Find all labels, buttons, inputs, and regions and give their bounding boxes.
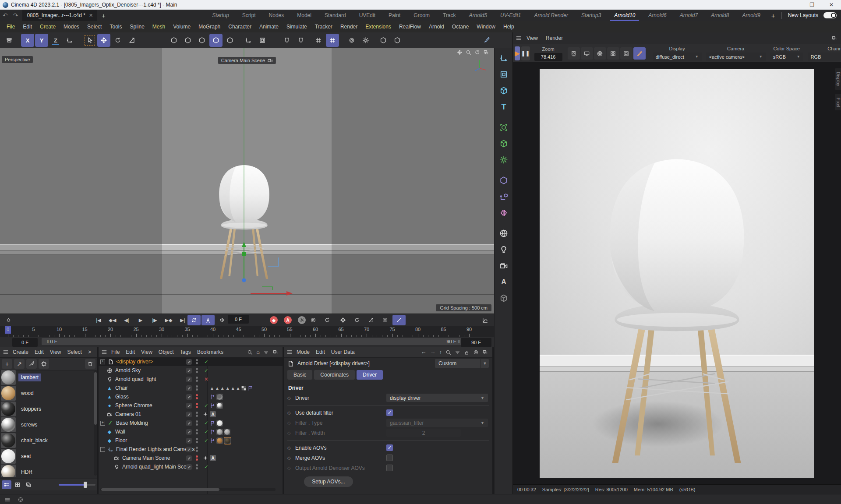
preset-arrow-icon[interactable]: ▼ <box>481 359 489 368</box>
list-view-button[interactable] <box>2 480 11 489</box>
layout-tab-arnold10[interactable]: Arnold10 <box>608 10 642 21</box>
camera-object-button[interactable] <box>496 258 511 273</box>
forward-button[interactable]: → <box>430 349 436 355</box>
menu-modes[interactable]: Modes <box>60 24 83 30</box>
eyedropper-button[interactable] <box>26 359 37 369</box>
filter-button[interactable] <box>455 349 460 355</box>
range-start-field[interactable]: 0 F <box>12 338 38 347</box>
material-cube-button[interactable] <box>496 291 511 306</box>
crop-region-button[interactable] <box>620 47 633 60</box>
scale-keys-button[interactable] <box>364 315 378 325</box>
range-bar-end[interactable]: 90 F <box>446 339 456 344</box>
wire-globe-button[interactable] <box>594 47 606 60</box>
model-mode-button[interactable] <box>209 34 223 47</box>
layout-tab-uv-edit1[interactable]: UV-Edit1 <box>494 10 528 21</box>
tweak-mode-button[interactable] <box>223 34 237 47</box>
spline-rectangle-button[interactable] <box>496 67 511 82</box>
menu-arnold[interactable]: Arnold <box>425 24 448 30</box>
add-material-button[interactable]: + <box>2 359 12 369</box>
mograph-cloner-button[interactable] <box>496 136 511 151</box>
material-scrollbar[interactable] <box>94 370 97 476</box>
menu-mesh[interactable]: Mesh <box>148 24 169 30</box>
arnold-parameters-tag[interactable] <box>247 385 253 391</box>
layout-tab-nodes[interactable]: Nodes <box>262 10 291 21</box>
arnold-tag[interactable]: A <box>210 455 216 461</box>
toggle-view-button[interactable] <box>483 49 489 55</box>
track-circle-button[interactable] <box>473 349 479 355</box>
polygon-selection-tag[interactable]: ▲ <box>220 386 225 391</box>
layout-tab-arnold9[interactable]: Arnold9 <box>735 10 767 21</box>
parameter-select-filter-type[interactable]: gaussian_filter▼ <box>386 419 488 427</box>
object-row-arnold-quad-light-main-scene[interactable]: Arnold quad_light Main Scene✓ <box>99 462 283 471</box>
undo-icon[interactable]: ↶ <box>0 10 11 21</box>
layout-tab-startup3[interactable]: Startup3 <box>575 10 608 21</box>
modeling-axis-button[interactable] <box>496 189 511 204</box>
arnold-tag[interactable]: A <box>210 411 216 417</box>
object-panel-menu[interactable] <box>101 349 107 355</box>
grid-view-button[interactable] <box>13 480 22 489</box>
uvw-tag[interactable] <box>241 385 247 391</box>
edit-toggle-icon[interactable] <box>186 464 192 470</box>
menu-help[interactable]: Help <box>499 24 518 30</box>
customize-brush-button[interactable] <box>480 33 493 46</box>
layout-tab-arnold8[interactable]: Arnold8 <box>704 10 735 21</box>
visibility-dots[interactable] <box>196 438 198 443</box>
menu-object[interactable]: Object <box>155 349 177 355</box>
visibility-dots[interactable] <box>196 377 198 382</box>
menu-simulate[interactable]: Simulate <box>283 24 311 30</box>
preset-dropdown[interactable]: Custom ▼ <box>435 359 489 368</box>
layout-tab-uvedit[interactable]: UVEdit <box>353 10 382 21</box>
object-row-glass[interactable]: ▲Glass <box>99 392 283 401</box>
edit-toggle-icon[interactable] <box>186 455 192 461</box>
scale-tool-button[interactable] <box>125 34 138 47</box>
material-panel-menu[interactable] <box>3 349 9 355</box>
timeline-fcurve-button[interactable] <box>478 315 491 325</box>
menu-tools[interactable]: Tools <box>106 24 126 30</box>
object-row-chair[interactable]: ▲Chair▲▲▲▲▲▲ <box>99 384 283 392</box>
check-state-icon[interactable]: ✓ <box>203 367 210 374</box>
layout-tab-arnold5[interactable]: Arnold5 <box>463 10 494 21</box>
new-layouts-toggle[interactable] <box>823 12 837 18</box>
side-tab-pixel[interactable]: Pixel <box>835 94 841 111</box>
lock-button[interactable] <box>464 349 470 355</box>
object-row-display-driver[interactable]: +<display driver>✓ <box>99 357 283 366</box>
edit-toggle-icon[interactable] <box>186 377 192 382</box>
points-mode-button[interactable] <box>167 34 180 47</box>
restore-button[interactable]: ❐ <box>802 0 822 10</box>
start-ipr-button[interactable]: ▶ <box>515 46 520 60</box>
tree-expand-icon[interactable]: + <box>100 421 105 426</box>
autokeying-button[interactable]: A <box>281 315 294 325</box>
texture-tag-gray[interactable] <box>216 429 223 435</box>
material-item-chair-black[interactable]: chair_black <box>0 433 97 448</box>
edit-toggle-icon[interactable] <box>186 385 192 391</box>
arnold-tag-button[interactable]: A <box>496 275 511 289</box>
texture-tag-glass[interactable] <box>216 394 223 400</box>
edit-toggle-icon[interactable] <box>186 429 192 435</box>
region-tiles-button[interactable] <box>607 47 619 60</box>
object-row-sphere-chrome[interactable]: ●Sphere Chrome✓ <box>99 401 283 410</box>
zoom-view-button[interactable] <box>466 49 471 55</box>
check-state-icon[interactable]: ✓ <box>203 437 210 444</box>
setup-aovs-button[interactable]: Setup AOVs... <box>304 476 353 487</box>
menu-item[interactable]: > <box>85 349 94 355</box>
rotate-tool-button[interactable] <box>111 34 124 47</box>
texture-tag-chrome[interactable] <box>216 402 223 409</box>
close-document-icon[interactable]: ✕ <box>89 13 93 18</box>
play-loop-button[interactable] <box>187 315 201 325</box>
visibility-dots[interactable] <box>196 359 198 364</box>
menu-edit[interactable]: Edit <box>313 349 328 355</box>
menu-edit[interactable]: Edit <box>32 349 47 355</box>
material-item-stoppers[interactable]: stoppers <box>0 401 97 417</box>
menu-view[interactable]: View <box>138 349 155 355</box>
arnold-parameters-tag[interactable] <box>210 394 216 400</box>
redo-icon[interactable]: ↷ <box>11 10 21 21</box>
live-selection-button[interactable] <box>83 34 96 47</box>
menu-tracker[interactable]: Tracker <box>311 24 336 30</box>
visibility-dots[interactable] <box>196 368 198 373</box>
menu-view[interactable]: View <box>523 35 542 41</box>
edit-toggle-icon[interactable] <box>186 359 192 365</box>
parameter-checkbox-use-default-filter[interactable]: ✓ <box>386 409 393 416</box>
up-button[interactable]: ↑ <box>439 349 442 355</box>
axis-modify-button[interactable] <box>242 34 255 47</box>
visibility-dots[interactable] <box>196 464 198 469</box>
